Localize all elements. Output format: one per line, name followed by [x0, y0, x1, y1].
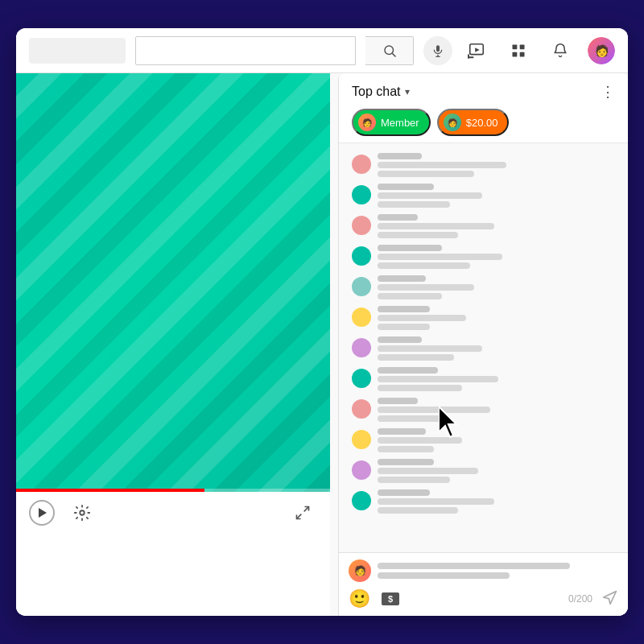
svg-point-0: [385, 46, 394, 55]
play-button[interactable]: [29, 500, 55, 526]
msg-text1-9: [378, 437, 462, 444]
content-area: Top chat ▾ ⋮ 🧑 Member 🧑 $20.00: [16, 73, 628, 616]
search-input[interactable]: [135, 36, 356, 65]
msg-text2-0: [378, 171, 474, 177]
chat-message-0: [342, 150, 625, 180]
svg-rect-10: [513, 44, 518, 49]
msg-text1-10: [378, 468, 478, 474]
chat-input-line-2: [378, 572, 510, 579]
notifications-button[interactable]: [546, 36, 575, 65]
msg-text2-6: [378, 354, 454, 361]
chat-message-4: [342, 272, 625, 303]
msg-text1-5: [378, 315, 466, 321]
search-button[interactable]: [365, 36, 414, 65]
superchat-badge-label: $20.00: [466, 117, 498, 129]
settings-button[interactable]: [68, 498, 97, 527]
msg-text2-2: [378, 232, 458, 238]
msg-avatar-1: [352, 185, 371, 204]
video-player[interactable]: [16, 73, 330, 492]
chat-title[interactable]: Top chat ▾: [352, 85, 410, 99]
msg-content-3: [378, 245, 615, 269]
msg-text2-11: [378, 507, 458, 514]
msg-text1-1: [378, 192, 482, 199]
char-count: 0/200: [568, 593, 592, 605]
chevron-down-icon: ▾: [405, 86, 410, 97]
video-background: [16, 73, 330, 492]
chat-input-area: [378, 563, 618, 579]
superchat-badge-button[interactable]: 🧑 $20.00: [437, 109, 510, 136]
chat-message-6: [342, 333, 625, 364]
create-icon: [468, 42, 485, 60]
member-badge-button[interactable]: 🧑 Member: [352, 109, 431, 136]
msg-name-6: [378, 336, 422, 343]
msg-content-2: [378, 214, 615, 238]
msg-text1-4: [378, 284, 474, 291]
chat-header: Top chat ▾ ⋮ 🧑 Member 🧑 $20.00: [339, 73, 628, 143]
msg-text1-8: [378, 407, 490, 413]
svg-rect-12: [513, 52, 518, 56]
msg-name-9: [378, 428, 426, 435]
msg-text1-3: [378, 254, 502, 260]
apps-icon: [510, 43, 526, 59]
member-badge-label: Member: [381, 117, 419, 129]
progress-fill: [16, 489, 204, 492]
more-icon: ⋮: [601, 84, 615, 100]
msg-content-5: [378, 306, 615, 330]
send-icon: [602, 589, 618, 605]
send-button[interactable]: [602, 589, 618, 609]
mic-button[interactable]: [423, 36, 452, 65]
svg-line-16: [297, 514, 302, 519]
chat-message-2: [342, 211, 625, 242]
chat-message-11: [342, 486, 625, 517]
fullscreen-button[interactable]: [288, 498, 317, 527]
msg-text1-2: [378, 223, 494, 229]
msg-avatar-2: [352, 216, 371, 235]
msg-text2-9: [378, 446, 434, 452]
video-section: [16, 73, 330, 616]
mic-icon: [431, 43, 444, 59]
chat-panel: Top chat ▾ ⋮ 🧑 Member 🧑 $20.00: [338, 73, 628, 616]
msg-text2-8: [378, 415, 446, 422]
chat-footer: 🧑 🙂 0/200: [339, 552, 628, 616]
msg-content-11: [378, 489, 615, 514]
emoji-button[interactable]: 🙂: [349, 588, 370, 609]
msg-text1-7: [378, 376, 498, 382]
apps-button[interactable]: [504, 36, 533, 65]
msg-name-3: [378, 245, 442, 251]
msg-avatar-4: [352, 277, 371, 296]
msg-name-2: [378, 214, 418, 221]
svg-point-14: [80, 510, 85, 515]
superchat-icon: [382, 592, 399, 605]
chat-messages[interactable]: [339, 143, 628, 552]
msg-content-10: [378, 459, 615, 483]
msg-name-7: [378, 367, 438, 374]
chat-user-avatar: 🧑: [349, 559, 371, 582]
chat-message-10: [342, 456, 625, 486]
chat-message-3: [342, 242, 625, 272]
msg-text2-3: [378, 262, 470, 269]
chat-title-row: Top chat ▾ ⋮: [352, 83, 615, 101]
msg-content-8: [378, 398, 615, 422]
create-button[interactable]: [462, 36, 491, 65]
superchat-button[interactable]: [380, 591, 401, 607]
msg-text2-4: [378, 293, 442, 299]
chat-message-5: [342, 303, 625, 333]
msg-content-0: [378, 153, 615, 177]
msg-avatar-5: [352, 308, 371, 327]
msg-content-6: [378, 336, 615, 361]
user-avatar-button[interactable]: 🧑: [588, 37, 615, 64]
chat-more-button[interactable]: ⋮: [601, 83, 615, 101]
svg-line-1: [392, 53, 395, 56]
chat-message-7: [342, 364, 625, 394]
progress-bar: [16, 489, 330, 492]
msg-text1-0: [378, 162, 506, 168]
msg-avatar-10: [352, 460, 371, 480]
msg-text2-10: [378, 477, 450, 483]
video-controls: [16, 492, 330, 534]
chat-actions: 🙂 0/200: [349, 588, 618, 609]
msg-text1-6: [378, 345, 482, 352]
msg-text2-1: [378, 201, 450, 208]
search-icon: [382, 43, 397, 58]
msg-name-8: [378, 398, 418, 404]
yt-logo: [29, 38, 126, 64]
